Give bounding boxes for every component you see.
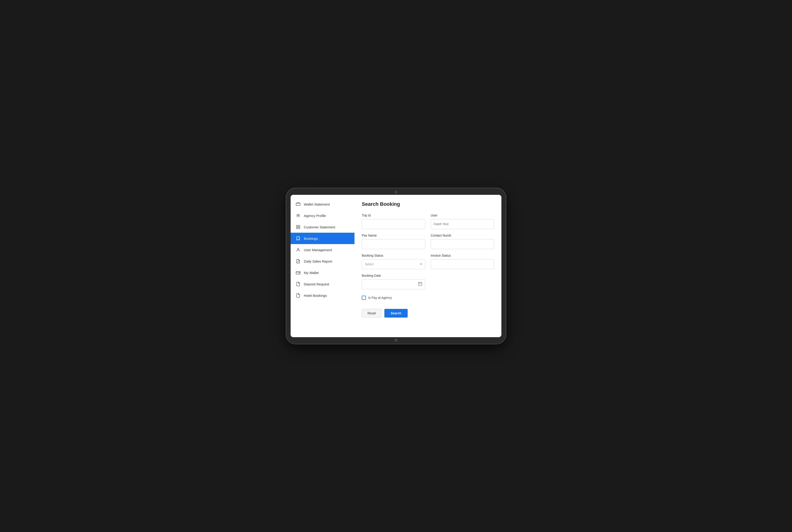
- sidebar-item-bookings[interactable]: Bookings: [291, 233, 354, 244]
- tablet-home-button[interactable]: [394, 339, 398, 342]
- sidebar-label-wallet-statement: Wallet Statement: [304, 202, 330, 206]
- svg-point-5: [297, 248, 299, 250]
- contact-number-input[interactable]: [431, 239, 494, 249]
- bookmark-icon: [296, 236, 301, 241]
- invoice-status-group: Invoice Status: [431, 254, 494, 269]
- sidebar-label-deposit-request: Deposit Request: [304, 282, 329, 286]
- sidebar-item-wallet-statement[interactable]: Wallet Statement: [291, 198, 354, 210]
- sidebar-label-my-wallet: My Wallet: [304, 271, 319, 275]
- clip2-icon: [296, 282, 301, 287]
- booking-status-label: Booking Status: [362, 254, 425, 257]
- clip3-icon: [296, 293, 301, 298]
- reset-button[interactable]: Reset: [362, 309, 382, 318]
- svg-rect-8: [296, 271, 300, 274]
- agency-icon: [296, 213, 301, 218]
- pay-at-agency-label: Is Pay at Agency: [368, 296, 392, 300]
- invoice-status-label: Invoice Status: [431, 254, 494, 257]
- main-content: Search Booking Trip Id User Pax Name: [354, 195, 501, 337]
- pax-name-label: Pax Name: [362, 234, 425, 237]
- page-title: Search Booking: [362, 201, 494, 207]
- trip-id-group: Trip Id: [362, 213, 425, 229]
- booking-status-group: Booking Status Select ▼: [362, 254, 425, 269]
- tablet-frame: Wallet Statement Agency Profile: [287, 188, 505, 344]
- sidebar-item-deposit-request[interactable]: Deposit Request: [291, 278, 354, 290]
- booking-date-wrapper: [362, 279, 425, 289]
- sidebar-label-daily-sales-report: Daily Sales Report: [304, 260, 332, 263]
- search-form: Trip Id User Pax Name Contact Numb: [362, 213, 494, 318]
- booking-date-group: Booking Date: [362, 274, 425, 289]
- tablet-screen: Wallet Statement Agency Profile: [291, 195, 501, 337]
- sidebar-label-bookings: Bookings: [304, 236, 318, 241]
- booking-status-select-wrapper: Select ▼: [362, 259, 425, 269]
- pay-at-agency-checkbox[interactable]: [362, 296, 366, 300]
- pax-name-input[interactable]: [362, 239, 425, 249]
- contact-number-label: Contact Numb: [431, 234, 494, 237]
- user-icon: [296, 247, 301, 252]
- svg-rect-1: [296, 225, 298, 227]
- sidebar-label-hotel-bookings: Hotel Bookings: [304, 293, 327, 298]
- sidebar-item-agency-profile[interactable]: Agency Profile: [291, 210, 354, 221]
- svg-rect-2: [298, 225, 300, 227]
- pay-at-agency-row: Is Pay at Agency: [362, 296, 494, 300]
- sidebar-label-customer-statement: Customer Statement: [304, 225, 335, 229]
- form-buttons: Reset Search: [362, 309, 494, 318]
- tablet-camera: [394, 191, 398, 193]
- sidebar-label-user-management: User Management: [304, 248, 332, 252]
- trip-id-label: Trip Id: [362, 213, 425, 217]
- sidebar-item-hotel-bookings[interactable]: Hotel Bookings: [291, 290, 354, 301]
- trip-id-input[interactable]: [362, 219, 425, 229]
- sidebar: Wallet Statement Agency Profile: [291, 195, 354, 337]
- pax-name-group: Pax Name: [362, 234, 425, 249]
- wallet2-icon: [296, 270, 301, 275]
- grid-icon: [296, 225, 301, 229]
- clip-icon: [296, 259, 301, 264]
- user-label: User: [431, 213, 494, 217]
- sidebar-item-user-management[interactable]: User Management: [291, 244, 354, 255]
- search-button[interactable]: Search: [384, 309, 408, 318]
- user-group: User: [431, 213, 494, 229]
- svg-rect-4: [298, 227, 300, 229]
- sidebar-item-my-wallet[interactable]: My Wallet: [291, 267, 354, 278]
- contact-number-group: Contact Numb: [431, 234, 494, 249]
- wallet-icon: [296, 202, 301, 207]
- svg-rect-3: [296, 227, 298, 229]
- sidebar-item-customer-statement[interactable]: Customer Statement: [291, 221, 354, 233]
- svg-point-0: [298, 214, 299, 215]
- invoice-status-input[interactable]: [431, 259, 494, 269]
- booking-date-label: Booking Date: [362, 274, 425, 278]
- booking-date-input[interactable]: [362, 279, 425, 289]
- user-input[interactable]: [431, 219, 494, 229]
- booking-status-select[interactable]: Select: [362, 259, 425, 269]
- sidebar-item-daily-sales-report[interactable]: Daily Sales Report: [291, 255, 354, 267]
- sidebar-label-agency-profile: Agency Profile: [304, 214, 326, 217]
